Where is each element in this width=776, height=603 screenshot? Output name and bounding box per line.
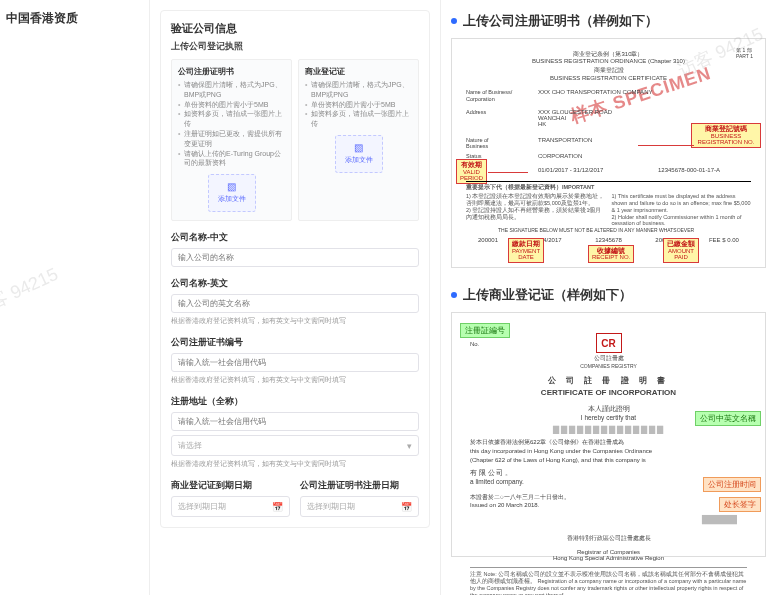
upload-button-label: 添加文件 <box>345 155 373 165</box>
upload-tips: 请确保图片清晰，格式为JPG、BMP或PNG 单份资料的图片需小于5MB 如资料… <box>305 80 412 129</box>
company-name-cn-input[interactable] <box>171 248 419 267</box>
issued-cn: 本證書於二○一八年三月二十日發出。 <box>470 493 747 502</box>
biz-status: CORPORATION <box>538 153 582 159</box>
form-card: 验证公司信息 上传公司登记执照 公司注册证明书 请确保图片清晰，格式为JPG、B… <box>160 10 430 528</box>
right-column: 上传公司注册证明书（样例如下） 第 1 部PART 1 商业登记条例（第310章… <box>440 0 776 595</box>
section-title: 验证公司信息 <box>171 21 419 36</box>
bri-expiry-input[interactable]: 选择到期日期 📅 <box>171 496 290 517</box>
image-icon: ▧ <box>227 182 236 192</box>
issued-en: Issued on 20 March 2018. <box>470 502 747 508</box>
field-label: 公司注册证明书注册日期 <box>300 479 419 492</box>
field-label: 注册地址（全称） <box>171 395 419 408</box>
row-val: 12345678 <box>595 237 622 243</box>
cr-number-input[interactable] <box>171 353 419 372</box>
date-placeholder: 选择到期日期 <box>178 501 226 512</box>
company-name-en-input[interactable] <box>171 294 419 313</box>
biz-nature: TRANSPORTATION <box>538 137 592 143</box>
tip: 如资料多页，请拍成一张图片上传 <box>178 109 285 129</box>
upload-button-cr[interactable]: ▧ 添加文件 <box>208 174 256 212</box>
registrar-en: Registrar of Companies Hong Kong Special… <box>553 549 664 561</box>
sample-header-2: 上传商业登记证（样例如下） <box>451 286 766 304</box>
address-input[interactable] <box>171 412 419 431</box>
calendar-icon: 📅 <box>272 502 283 512</box>
tip: 注册证明如已更改，需提供所有变更证明 <box>178 129 285 149</box>
form-column: 验证公司信息 上传公司登记执照 公司注册证明书 请确保图片清晰，格式为JPG、B… <box>150 0 440 595</box>
tip: 单份资料的图片需小于5MB <box>305 100 412 110</box>
sample-br-cert: 第 1 部PART 1 商业登记条例（第310章） BUSINESS REGIS… <box>451 38 766 268</box>
upload-tips: 请确保图片清晰，格式为JPG、BMP或PNG 单份资料的图片需小于5MB 如资料… <box>178 80 285 168</box>
upload-label: 商业登记证 <box>305 66 412 77</box>
cr-label: 公司註冊處 <box>470 354 747 363</box>
sub-title: 上传公司登记执照 <box>171 40 419 53</box>
field-help: 根据香港政府登记资料填写，如有英文与中文需同时填写 <box>171 459 419 469</box>
coi-note: 注意 Note: 公司名稱或公司的設立並不表示獲准使用該公司名稱，或該名稱或其任… <box>470 567 747 595</box>
tip: 请确保图片清晰，格式为JPG、BMP或PNG <box>305 80 412 100</box>
body2-en: (Chapter 622 of the Laws of Hong Kong), … <box>470 457 646 463</box>
sample-header-text: 上传公司注册证明书（样例如下） <box>463 12 658 30</box>
upload-box-cr: 公司注册证明书 请确保图片清晰，格式为JPG、BMP或PNG 单份资料的图片需小… <box>171 59 292 221</box>
dropdown-icon: ▾ <box>407 441 412 451</box>
address-select[interactable]: 请选择 ▾ <box>171 435 419 456</box>
field-help: 根据香港政府登记资料填写，如有英文与中文需同时填写 <box>171 375 419 385</box>
coi-title-cn: 公 司 註 冊 證 明 書 <box>470 375 747 387</box>
row-val: FEE $ 0.00 <box>709 237 739 243</box>
coi-issue-input[interactable]: 选择到期日期 📅 <box>300 496 419 517</box>
upload-box-br: 商业登记证 请确保图片清晰，格式为JPG、BMP或PNG 单份资料的图片需小于5… <box>298 59 419 221</box>
body1-cn: 於本日依據香港法例第622章《公司條例》在香港註冊成為 <box>470 439 624 445</box>
field-help: 根据香港政府登记资料填写，如有英文与中文需同时填写 <box>171 316 419 326</box>
field-label: 商业登记证到期日期 <box>171 479 290 492</box>
date-placeholder: 选择到期日期 <box>307 501 355 512</box>
tip: 请确认上传的E-Turing Group公司的最新资料 <box>178 149 285 169</box>
cr-sub: COMPANIES REGISTRY <box>470 363 747 369</box>
sample-header-text: 上传商业登记证（样例如下） <box>463 286 632 304</box>
upload-row: 公司注册证明书 请确保图片清晰，格式为JPG、BMP或PNG 单份资料的图片需小… <box>171 59 419 221</box>
label-company-name: 公司中英文名稱 <box>695 411 761 426</box>
company-address: XXX GLOUCESTER ROAD WANCHAI HK <box>538 109 612 127</box>
upload-button-br[interactable]: ▧ 添加文件 <box>335 135 383 173</box>
label-reg-date: 公司注册时间 <box>703 477 761 492</box>
doc-title-cn: 商业登记条例（第310章） <box>458 51 759 58</box>
registrar-cn: 香港特別行政區公司註冊處處長 <box>567 535 651 541</box>
field-label: 公司注册证书编号 <box>171 336 419 349</box>
select-placeholder: 请选择 <box>178 440 202 451</box>
row-val: 200001 <box>478 237 498 243</box>
tag-receipt-no: 收據編號 RECEIPT NO. <box>588 245 634 263</box>
sample-header-1: 上传公司注册证明书（样例如下） <box>451 12 766 30</box>
tip: 请确保图片清晰，格式为JPG、BMP或PNG <box>178 80 285 100</box>
upload-button-label: 添加文件 <box>218 194 246 204</box>
page-title: 中国香港资质 <box>6 10 143 27</box>
upload-label: 公司注册证明书 <box>178 66 285 77</box>
doc-title-en: BUSINESS REGISTRATION ORDINANCE (Chapter… <box>458 58 759 65</box>
coi-title-en: CERTIFICATE OF INCORPORATION <box>470 387 747 399</box>
cr-logo-icon: CR <box>596 333 622 353</box>
sample-coi: 注冊証編号 No. CR 公司註冊處 COMPANIES REGISTRY 公 … <box>451 312 766 557</box>
note-heading: 重要提示下代（根据最新登记資料）IMPORTANT <box>466 184 594 190</box>
tag-brn: 商業登記號碼 BUSINESS REGISTRATION NO. <box>691 123 761 148</box>
tip: 如资料多页，请拍成一张图片上传 <box>305 109 412 129</box>
label-signature: 处长签字 <box>719 497 761 512</box>
field-label: 公司名称-中文 <box>171 231 419 244</box>
tip: 单份资料的图片需小于5MB <box>178 100 285 110</box>
bullet-icon <box>451 18 457 24</box>
calendar-icon: 📅 <box>401 502 412 512</box>
company-name: XXX CHO TRANSPORTATION COMPANY <box>538 89 652 95</box>
left-column: 中国香港资质 <box>0 0 150 595</box>
label-reg-no: 注冊証編号 <box>460 323 510 338</box>
tag-amount-paid: 已繳金額 AMOUNT PAID <box>663 238 699 263</box>
tag-payment-date: 繳款日期 PAYMENT DATE <box>508 238 544 263</box>
bullet-icon <box>451 292 457 298</box>
image-icon: ▧ <box>354 143 363 153</box>
body1-en: this day incorporated in Hong Kong under… <box>470 448 652 454</box>
field-label: 公司名称-英文 <box>171 277 419 290</box>
